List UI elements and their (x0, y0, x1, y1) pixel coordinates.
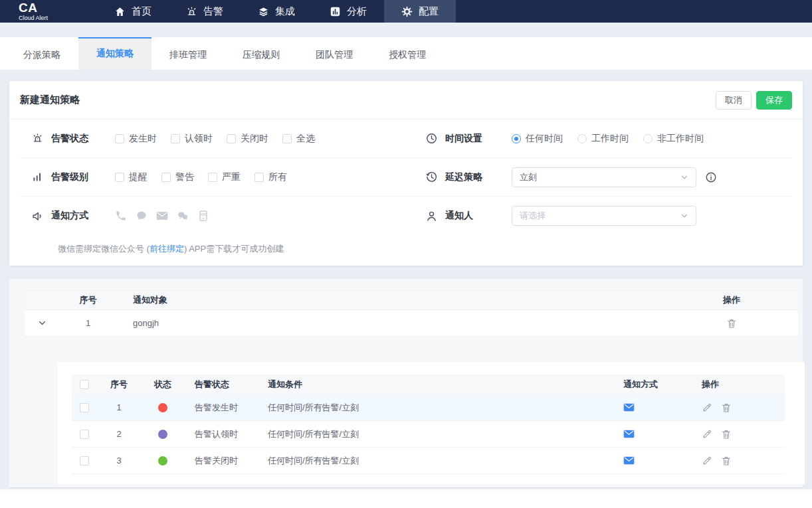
phone-call-icon[interactable] (115, 210, 127, 222)
rule-alert-status: 告警认领时 (185, 428, 258, 440)
rule-alert-status: 告警关闭时 (185, 455, 258, 467)
checkbox-box[interactable] (254, 173, 264, 182)
nav-item-home[interactable]: 首页 (97, 0, 169, 23)
checkbox-label: 所有 (268, 171, 287, 183)
select-value: 立刻 (520, 171, 537, 183)
note-text-before: 微信需绑定微信公众号 ( (58, 243, 150, 255)
edit-rule-icon[interactable] (702, 402, 712, 413)
checkbox-on-claim[interactable]: 认领时 (171, 133, 213, 145)
chevron-down-icon (680, 212, 688, 220)
row-checkbox[interactable] (80, 403, 89, 412)
email-method-icon (623, 403, 692, 412)
gear-icon (401, 6, 413, 17)
delete-rule-icon[interactable] (721, 429, 732, 440)
rules-table-header: 序号 状态 告警状态 通知条件 通知方式 操作 (72, 375, 785, 394)
checkbox-box[interactable] (208, 173, 217, 182)
checkbox-box[interactable] (115, 134, 124, 143)
rule-status-header: 状态 (141, 379, 185, 390)
index-header: 序号 (60, 294, 116, 306)
checkbox-all-levels[interactable]: 所有 (254, 171, 287, 183)
tab-shift-management[interactable]: 排班管理 (152, 37, 225, 70)
rule-alert-status-header: 告警状态 (185, 379, 258, 390)
logo-text: CA (19, 1, 65, 14)
edit-rule-icon[interactable] (702, 456, 712, 466)
radio-any-time[interactable]: 任何时间 (512, 133, 563, 145)
collapse-chevron-icon[interactable] (38, 319, 47, 327)
rule-index: 1 (97, 402, 141, 412)
app-logo[interactable]: CA Cloud Alert (19, 1, 65, 21)
checkbox-box[interactable] (227, 134, 236, 143)
checkbox-box[interactable] (115, 173, 124, 182)
radio-work-time[interactable]: 工作时间 (577, 133, 629, 145)
checkbox-remind[interactable]: 提醒 (115, 171, 148, 183)
checkbox-critical[interactable]: 严重 (208, 171, 241, 183)
select-all-checkbox[interactable] (80, 380, 89, 389)
config-tabbar: 分派策略 通知策略 排班管理 压缩规则 团队管理 授权管理 (0, 37, 812, 70)
field-notify-person: 通知人 请选择 (406, 197, 792, 235)
checkbox-box[interactable] (171, 134, 180, 143)
checkbox-warning[interactable]: 警告 (161, 171, 194, 183)
checkbox-on-close[interactable]: 关闭时 (227, 133, 268, 145)
select-placeholder: 请选择 (520, 210, 546, 222)
field-delay-policy: 延迟策略 立刻 (406, 158, 792, 197)
field-label: 告警状态 (51, 133, 115, 145)
field-label: 通知人 (445, 210, 512, 222)
rule-row[interactable]: 2 告警认领时 任何时间/所有告警/立刻 (72, 421, 785, 448)
checkbox-label: 警告 (175, 171, 194, 183)
home-icon (114, 6, 126, 17)
policy-row-index: 1 (60, 318, 116, 328)
notify-person-select[interactable]: 请选择 (512, 206, 696, 226)
checkbox-label: 发生时 (129, 133, 157, 145)
rule-alert-status: 告警发生时 (185, 402, 258, 414)
rule-index: 3 (97, 456, 141, 466)
delay-policy-select[interactable]: 立刻 (512, 167, 696, 187)
checkbox-box[interactable] (161, 173, 171, 182)
alarm-icon (31, 132, 44, 145)
nav-label: 首页 (132, 5, 152, 18)
tab-notification-policy[interactable]: 通知策略 (78, 37, 152, 70)
row-checkbox[interactable] (80, 430, 89, 439)
page-footer-area (0, 489, 812, 508)
speaker-icon (31, 210, 44, 222)
wechat-icon[interactable] (177, 210, 189, 222)
radio-dot[interactable] (577, 134, 587, 143)
radio-dot[interactable] (643, 134, 653, 143)
rule-row[interactable]: 1 告警发生时 任何时间/所有告警/立刻 (72, 394, 785, 421)
delete-rule-icon[interactable] (721, 402, 732, 413)
go-bind-link[interactable]: 前往绑定 (150, 243, 184, 255)
email-icon[interactable] (156, 210, 168, 222)
target-header: 通知对象 (116, 294, 665, 306)
nav-item-alerts[interactable]: 告警 (169, 0, 241, 23)
tab-compression-rules[interactable]: 压缩规则 (225, 37, 298, 70)
rule-row[interactable]: 3 告警关闭时 任何时间/所有告警/立刻 (72, 448, 785, 474)
policy-row[interactable]: 1 gongjh (25, 310, 798, 337)
save-button[interactable]: 保存 (756, 91, 792, 110)
tab-team-management[interactable]: 团队管理 (298, 37, 371, 70)
radio-non-work-time[interactable]: 非工作时间 (643, 133, 704, 145)
tab-dispatch-policy[interactable]: 分派策略 (5, 37, 78, 70)
alert-level-checkboxes: 提醒 警告 严重 所有 (115, 171, 287, 183)
email-method-icon (623, 430, 692, 438)
checkbox-select-all[interactable]: 全选 (282, 133, 315, 145)
nav-item-analytics[interactable]: 分析 (312, 0, 384, 23)
layers-icon (258, 6, 269, 17)
delete-rule-icon[interactable] (721, 456, 732, 466)
delete-policy-icon[interactable] (726, 318, 737, 329)
field-label: 告警级别 (51, 171, 115, 183)
field-label: 时间设置 (445, 133, 512, 145)
edit-rule-icon[interactable] (702, 429, 712, 440)
sms-bubble-icon[interactable] (136, 210, 148, 222)
radio-dot[interactable] (512, 134, 521, 143)
tab-authorization[interactable]: 授权管理 (371, 37, 444, 70)
info-icon[interactable] (705, 171, 717, 183)
cancel-button[interactable]: 取消 (716, 91, 752, 110)
app-icon[interactable]: APP (197, 210, 209, 222)
logo-subtext: Cloud Alert (19, 15, 65, 21)
policy-table-header: 序号 通知对象 操作 (25, 290, 798, 310)
checkbox-box[interactable] (282, 134, 292, 143)
checkbox-on-occur[interactable]: 发生时 (115, 133, 157, 145)
nav-item-config[interactable]: 配置 (384, 0, 456, 23)
row-checkbox[interactable] (80, 456, 89, 466)
nav-item-integrations[interactable]: 集成 (241, 0, 312, 23)
field-alert-status: 告警状态 发生时 认领时 关闭时 全选 (20, 120, 406, 158)
